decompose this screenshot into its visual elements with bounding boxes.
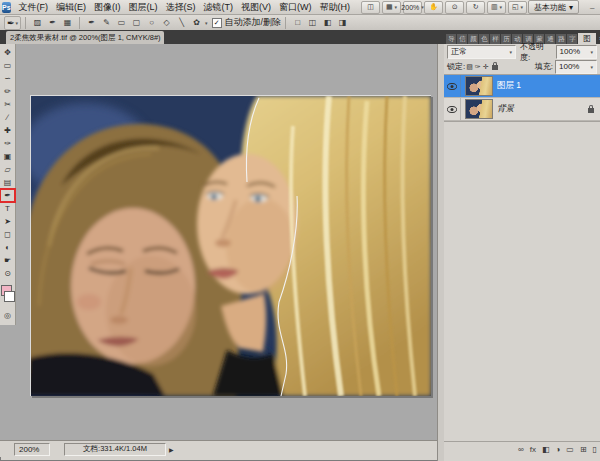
menu-item[interactable]: 视图(V)	[237, 1, 275, 14]
delete-layer-icon[interactable]: ▯	[593, 445, 597, 454]
rounded-rectangle-button[interactable]: ▢	[129, 16, 144, 30]
panel-tab[interactable]: 历史	[501, 34, 511, 44]
app-logo-icon[interactable]: Ps	[2, 2, 11, 13]
polygon-tool-button[interactable]: ◇	[159, 16, 174, 30]
tool-preset-picker[interactable]: ✒ ▾	[4, 16, 21, 30]
panel-tab[interactable]: 字符	[567, 34, 577, 44]
panel-tab[interactable]: 导航	[446, 34, 456, 44]
menu-item[interactable]: 滤镜(T)	[200, 1, 238, 14]
launch-bridge-button[interactable]: ◫	[361, 1, 380, 14]
arrange-documents-button[interactable]: ▥▾	[487, 1, 506, 14]
panel-tab[interactable]: 样式	[490, 34, 500, 44]
photo-two-women	[31, 96, 431, 396]
shape-layers-button[interactable]: ▨	[30, 16, 45, 30]
move-tool[interactable]: ✥	[0, 46, 15, 59]
fill-pixels-button[interactable]: ▦	[60, 16, 75, 30]
crop-tool[interactable]: ✂	[0, 98, 15, 111]
fill-field[interactable]: 100%▾	[555, 60, 597, 74]
new-group-icon[interactable]: ▭	[566, 445, 574, 454]
layer-thumbnail[interactable]	[465, 99, 493, 119]
layer-list: 图层 1 背景	[444, 74, 600, 122]
auto-add-delete-checkbox[interactable]: ✓	[212, 18, 222, 28]
paths-button[interactable]: ✒	[45, 16, 60, 30]
link-layers-icon[interactable]: ∞	[518, 445, 524, 454]
line-tool-button[interactable]: ╲	[174, 16, 189, 30]
panel-tab[interactable]: 色板	[479, 34, 489, 44]
exclude-path-area-button[interactable]: ◨	[335, 16, 350, 30]
tab-layers[interactable]: 图层	[578, 33, 596, 44]
menu-item[interactable]: 选择(S)	[162, 1, 200, 14]
dodge-tool[interactable]: ◐	[0, 241, 15, 254]
lasso-tool[interactable]: ∽	[0, 72, 15, 85]
adjustment-layer-icon[interactable]: ◑	[555, 445, 560, 454]
eraser-tool[interactable]: ▱	[0, 163, 15, 176]
document-tab[interactable]: 2柔焦效果素材.tif @ 200%(图层 1, CMYK/8#) ×	[6, 31, 164, 44]
add-layer-mask-icon[interactable]: ◧	[542, 445, 550, 454]
eyedropper-tool[interactable]: ∕	[0, 111, 15, 124]
menu-item[interactable]: 文件(F)	[15, 1, 53, 14]
layer-style-icon[interactable]: fx	[530, 445, 536, 454]
freeform-pen-button[interactable]: ✎	[99, 16, 114, 30]
canvas-pasteboard[interactable]	[0, 44, 437, 440]
menu-item[interactable]: 窗口(W)	[275, 1, 316, 14]
layer-thumbnail[interactable]	[465, 76, 493, 96]
menu-item[interactable]: 图层(L)	[125, 1, 162, 14]
layer-row[interactable]: 背景	[444, 98, 600, 121]
quick-mask-button[interactable]: ◎	[0, 309, 15, 325]
add-path-area-button[interactable]: □	[290, 16, 305, 30]
ellipse-tool-button[interactable]: ○	[144, 16, 159, 30]
photo-image[interactable]	[30, 95, 431, 396]
opacity-field[interactable]: 100%▾	[556, 45, 597, 59]
window-control-button[interactable]: –	[587, 3, 597, 12]
pen-tool-button[interactable]: ✒	[84, 16, 99, 30]
panel-tab[interactable]: 颜色	[468, 34, 478, 44]
status-zoom-field[interactable]: 200%	[14, 443, 50, 456]
menu-item[interactable]: 帮助(H)	[316, 1, 355, 14]
hand-tool[interactable]: ☛	[0, 254, 15, 267]
lock-transparent-pixels-icon[interactable]: ▨	[466, 63, 473, 71]
opacity-label: 不透明度:	[520, 41, 554, 63]
rotate-view-button[interactable]: ↻	[466, 1, 485, 14]
pen-tool[interactable]: ✒	[0, 189, 15, 202]
document-tab-bar: 2柔焦效果素材.tif @ 200%(图层 1, CMYK/8#) × 导航信息…	[0, 30, 600, 44]
layer-row[interactable]: 图层 1	[444, 75, 600, 98]
shape-tool[interactable]: ◻	[0, 228, 15, 241]
workspace-switcher[interactable]: 基本功能▾	[528, 0, 579, 14]
lock-image-pixels-icon[interactable]: ✑	[475, 63, 481, 71]
quick-selection-tool[interactable]: ✏	[0, 85, 15, 98]
visibility-toggle-eye-icon[interactable]	[444, 75, 461, 97]
fill-label: 填充:	[535, 61, 553, 72]
gradient-tool[interactable]: ▤	[0, 176, 15, 189]
screen-mode-button[interactable]: ◱▾	[508, 1, 527, 14]
menu-item[interactable]: 图像(I)	[90, 1, 125, 14]
intersect-path-area-button[interactable]: ◧	[320, 16, 335, 30]
lock-all-icon[interactable]	[492, 65, 498, 70]
photoshop-window: Ps 文件(F)编辑(E)图像(I)图层(L)选择(S)滤镜(T)视图(V)窗口…	[0, 0, 600, 461]
zoom-tool-button[interactable]: ⊙	[445, 1, 464, 14]
clone-stamp-tool[interactable]: ▣	[0, 150, 15, 163]
zoom-level-dropdown[interactable]: 200%▾	[403, 1, 422, 14]
layer-lock-icon	[588, 108, 594, 113]
background-color-swatch[interactable]	[4, 291, 15, 302]
lock-position-icon[interactable]: ✛	[483, 63, 489, 71]
zoom-tool[interactable]: ⊙	[0, 267, 15, 280]
healing-brush-tool[interactable]: ✚	[0, 124, 15, 137]
type-tool[interactable]: T	[0, 202, 15, 215]
hand-tool-button[interactable]: ✋	[424, 1, 443, 14]
blend-mode-select[interactable]: 正常▾	[447, 45, 516, 59]
panel-tab[interactable]: 路径	[556, 34, 566, 44]
auto-add-delete-label: 自动添加/删除	[225, 16, 282, 29]
status-options-arrow-icon[interactable]: ▶	[169, 446, 174, 453]
menu-item[interactable]: 编辑(E)	[52, 1, 90, 14]
custom-shape-button[interactable]: ✿	[189, 16, 204, 30]
brush-tool[interactable]: ✑	[0, 137, 15, 150]
marquee-tool[interactable]: ▭	[0, 59, 15, 72]
view-extras-button[interactable]: ▦▾	[382, 1, 401, 14]
new-layer-icon[interactable]: ⊞	[580, 445, 587, 454]
visibility-toggle-eye-icon[interactable]	[444, 98, 461, 120]
path-selection-tool[interactable]: ➤	[0, 215, 15, 228]
color-swatches	[0, 284, 15, 306]
rectangle-tool-button[interactable]: ▭	[114, 16, 129, 30]
panel-tab[interactable]: 信息	[457, 34, 467, 44]
subtract-path-area-button[interactable]: ◫	[305, 16, 320, 30]
